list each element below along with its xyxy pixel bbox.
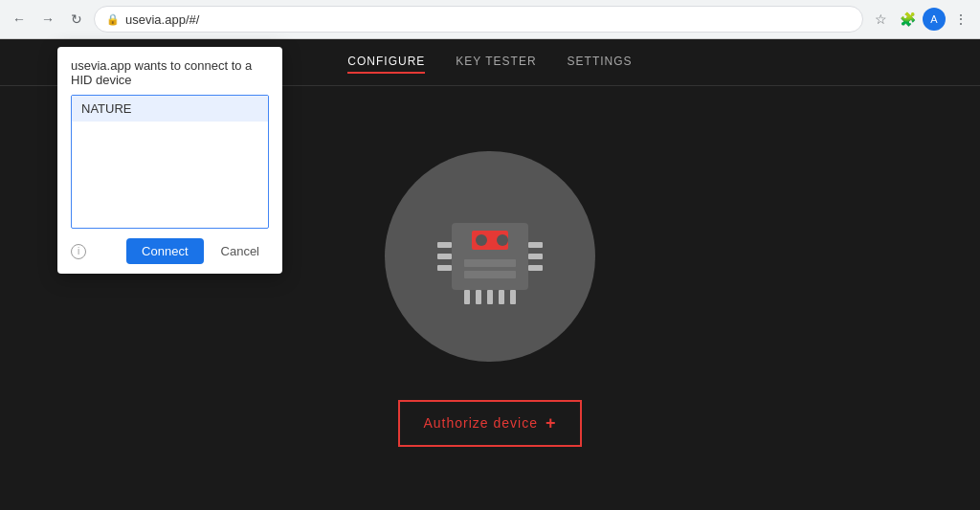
profile-menu-button[interactable]: A xyxy=(923,8,946,31)
svg-rect-13 xyxy=(499,290,504,304)
chip-icon-circle xyxy=(385,151,595,362)
back-button[interactable]: ← xyxy=(8,8,31,31)
browser-toolbar: ← → ↻ 🔒 usevia.app/#/ ☆ 🧩 A ⋮ xyxy=(0,0,980,38)
svg-rect-15 xyxy=(464,259,516,267)
svg-rect-6 xyxy=(437,265,452,271)
cancel-button[interactable]: Cancel xyxy=(212,238,269,264)
hid-footer-buttons: Connect Cancel xyxy=(126,238,269,264)
hid-device-item[interactable]: NATURE xyxy=(72,96,268,122)
hid-dialog-header: usevia.app wants to connect to a HID dev… xyxy=(57,47,282,95)
svg-rect-9 xyxy=(528,265,543,271)
nav-key-tester[interactable]: KEY TESTER xyxy=(456,51,536,74)
hid-dialog-footer: i Connect Cancel xyxy=(57,229,282,274)
svg-rect-8 xyxy=(528,254,543,259)
svg-point-3 xyxy=(497,234,508,246)
browser-chrome: ← → ↻ 🔒 usevia.app/#/ ☆ 🧩 A ⋮ xyxy=(0,0,980,39)
svg-rect-7 xyxy=(528,242,543,248)
svg-rect-4 xyxy=(437,242,452,248)
forward-button[interactable]: → xyxy=(36,8,59,31)
svg-rect-12 xyxy=(487,290,493,304)
nav-configure[interactable]: CONFIGURE xyxy=(347,51,425,74)
svg-rect-5 xyxy=(437,254,452,259)
svg-rect-10 xyxy=(464,290,470,304)
authorize-device-label: Authorize device xyxy=(423,415,538,431)
authorize-device-button[interactable]: Authorize device + xyxy=(398,400,581,447)
hid-device-list[interactable]: NATURE xyxy=(71,95,269,229)
svg-rect-16 xyxy=(464,271,516,278)
svg-rect-14 xyxy=(510,290,516,304)
app-area: CONFIGURE KEY TESTER SETTINGS xyxy=(0,39,980,510)
info-icon[interactable]: i xyxy=(71,244,86,259)
chip-icon-svg xyxy=(428,194,552,319)
plus-icon: + xyxy=(546,413,557,433)
svg-point-2 xyxy=(476,234,487,246)
nav-settings[interactable]: SETTINGS xyxy=(568,51,633,74)
hid-dialog: usevia.app wants to connect to a HID dev… xyxy=(57,47,282,274)
hid-dialog-title: usevia.app wants to connect to a HID dev… xyxy=(71,58,252,87)
browser-actions: ☆ 🧩 A ⋮ xyxy=(869,8,972,31)
menu-button[interactable]: ⋮ xyxy=(949,8,972,31)
refresh-button[interactable]: ↻ xyxy=(65,8,88,31)
address-bar[interactable]: 🔒 usevia.app/#/ xyxy=(94,6,863,33)
profile-avatar: A xyxy=(923,8,946,31)
extensions-button[interactable]: 🧩 xyxy=(896,8,919,31)
svg-rect-11 xyxy=(476,290,481,304)
lock-icon: 🔒 xyxy=(106,13,120,26)
connect-button[interactable]: Connect xyxy=(126,238,203,264)
star-button[interactable]: ☆ xyxy=(869,8,892,31)
url-text: usevia.app/#/ xyxy=(125,12,199,27)
